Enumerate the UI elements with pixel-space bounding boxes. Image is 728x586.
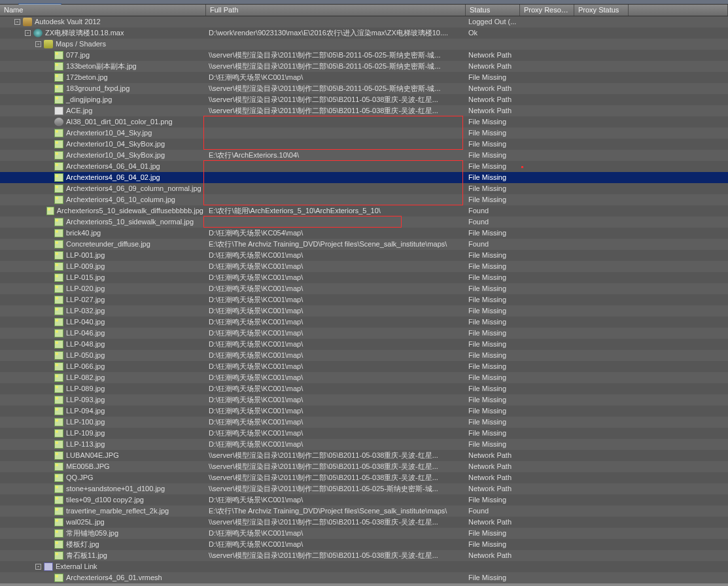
fullpath-cell[interactable] [206,161,466,172]
fullpath-cell[interactable]: E:\农行\The Archviz Training_DVD\Project f… [206,506,466,517]
proxyres-cell[interactable] [520,261,574,272]
column-header-row[interactable]: Name Full Path Status Proxy Resolu... Pr… [0,5,728,16]
table-row[interactable]: QQ.JPG\\server\模型渲染目录\2011\制作二部\05\B2011… [0,472,728,483]
status-cell[interactable]: File Missing [466,394,520,405]
name-cell[interactable]: LLP-050.jpg [0,350,206,361]
table-row[interactable]: Concreteunder_diffuse.jpgE:\农行\The Archv… [0,239,728,250]
name-cell[interactable]: AI38_001_dirt_001_color_01.png [0,116,206,128]
name-cell[interactable]: travertine_marble_reflect_2k.jpg [0,506,206,517]
table-row[interactable]: ACE.jpg\\server\模型渲染目录\2011\制作二部\05\B201… [0,105,728,116]
proxystatus-cell[interactable] [574,205,629,216]
status-cell[interactable]: Network Path [466,550,520,561]
name-cell[interactable]: -Maps / Shaders [0,39,206,50]
fullpath-cell[interactable]: \\server\模型渲染目录\2011\制作二部\05\B2011-05-03… [206,94,466,105]
proxystatus-cell[interactable] [574,350,629,361]
name-cell[interactable]: ME005B.JPG [0,461,206,472]
status-cell[interactable]: Logged Out (... [466,16,520,27]
status-cell[interactable]: File Missing [466,528,520,539]
table-row[interactable]: LLP-100.jpgD:\狂潮鸣天场景\KC001\map\File Miss… [0,417,728,428]
proxystatus-cell[interactable] [574,517,629,528]
proxyres-cell[interactable] [520,205,574,216]
table-row[interactable]: -ZX电梯玻璃楼10.18.maxD:\work\render\9023130\… [0,27,728,39]
tree-toggle[interactable]: - [35,41,41,47]
fullpath-cell[interactable] [206,572,466,583]
fullpath-cell[interactable]: \\server\模型渲染目录\2011\制作二部\05\B2011-05-03… [206,450,466,461]
table-row[interactable]: ME005B.JPG\\server\模型渲染目录\2011\制作二部\05\B… [0,461,728,472]
proxystatus-cell[interactable] [574,139,629,150]
name-cell[interactable]: 183ground_fxpd.jpg [0,83,206,94]
status-cell[interactable]: Found [466,216,520,228]
proxyres-cell[interactable] [520,294,574,305]
name-cell[interactable]: Concreteunder_diffuse.jpg [0,239,206,250]
status-cell[interactable]: Network Path [466,517,520,528]
name-cell[interactable]: LLP-046.jpg [0,328,206,339]
proxystatus-cell[interactable] [574,83,629,94]
table-row[interactable]: LLP-009.jpgD:\狂潮鸣天场景\KC001\map\File Miss… [0,261,728,272]
fullpath-cell[interactable]: D:\狂潮鸣天场景\KC001\map\ [206,339,466,350]
status-cell[interactable]: Network Path [466,83,520,94]
fullpath-cell[interactable]: D:\狂潮鸣天场景\KC001\map\ [206,328,466,339]
proxystatus-cell[interactable] [574,283,629,294]
status-cell[interactable]: Network Path [466,50,520,61]
proxystatus-cell[interactable] [574,461,629,472]
proxystatus-cell[interactable] [574,328,629,339]
name-cell[interactable]: tiles+09_d100 copy2.jpg [0,494,206,506]
proxystatus-cell[interactable] [574,506,629,517]
proxystatus-cell[interactable] [574,383,629,394]
proxystatus-cell[interactable] [574,450,629,461]
proxyres-cell[interactable] [520,239,574,250]
name-cell[interactable]: -Autodesk Vault 2012 [0,16,206,27]
table-row[interactable]: 183ground_fxpd.jpg\\server\模型渲染目录\2011\制… [0,83,728,94]
proxyres-cell[interactable] [520,405,574,417]
proxystatus-cell[interactable] [574,16,629,27]
status-cell[interactable]: File Missing [466,261,520,272]
status-cell[interactable]: File Missing [466,439,520,450]
name-cell[interactable]: 172beton.jpg [0,72,206,83]
table-row[interactable]: LLP-089.jpgD:\狂潮鸣天场景\KC001\map\File Miss… [0,383,728,394]
status-cell[interactable] [466,561,520,572]
proxyres-cell[interactable] [520,183,574,194]
table-row[interactable]: Archexteriors4_06_04_02.jpgFile Missing [0,172,728,183]
proxystatus-cell[interactable] [574,550,629,561]
proxyres-cell[interactable] [520,116,574,128]
fullpath-cell[interactable] [206,172,466,183]
proxystatus-cell[interactable] [574,239,629,250]
proxystatus-cell[interactable] [574,372,629,383]
table-row[interactable]: LLP-020.jpgD:\狂潮鸣天场景\KC001\map\File Miss… [0,283,728,294]
proxyres-cell[interactable] [520,517,574,528]
status-cell[interactable]: File Missing [466,272,520,283]
proxystatus-cell[interactable] [574,172,629,183]
proxyres-cell[interactable] [520,494,574,506]
fullpath-cell[interactable] [206,16,466,27]
table-row[interactable]: Archexterior10_04_Sky.jpgFile Missing [0,128,728,139]
table-row[interactable]: 172beton.jpgD:\狂潮鸣天场景\KC001\map\File Mis… [0,72,728,83]
name-cell[interactable]: 常用铺地059.jpg [0,528,206,539]
name-cell[interactable]: 133beton副本副本.jpg [0,61,206,72]
fullpath-cell[interactable]: D:\狂潮鸣天场景\KC001\map\ [206,528,466,539]
table-row[interactable]: 楼板灯.jpgD:\狂潮鸣天场景\KC001\map\File Missing [0,539,728,550]
proxystatus-cell[interactable] [574,39,629,50]
fullpath-cell[interactable]: D:\狂潮鸣天场景\KC001\map\ [206,350,466,361]
proxyres-cell[interactable] [520,383,574,394]
fullpath-cell[interactable]: D:\狂潮鸣天场景\KC001\map\ [206,494,466,506]
fullpath-cell[interactable] [206,216,466,228]
table-row[interactable]: 常用铺地059.jpgD:\狂潮鸣天场景\KC001\map\File Miss… [0,528,728,539]
table-row[interactable]: LLP-046.jpgD:\狂潮鸣天场景\KC001\map\File Miss… [0,328,728,339]
proxystatus-cell[interactable] [574,161,629,172]
proxyres-cell[interactable] [520,572,574,583]
table-row[interactable]: 077.jpg\\server\模型渲染目录\2011\制作二部\05\B-20… [0,50,728,61]
table-row[interactable]: travertine_marble_reflect_2k.jpgE:\农行\Th… [0,506,728,517]
proxystatus-cell[interactable] [574,494,629,506]
name-cell[interactable]: -ZX电梯玻璃楼10.18.max [0,27,206,39]
fullpath-cell[interactable]: D:\狂潮鸣天场景\KC001\map\ [206,372,466,383]
proxystatus-cell[interactable] [574,250,629,261]
table-row[interactable]: Archexterior10_04_SkyBox.jpgFile Missing [0,139,728,150]
tree-toggle[interactable]: - [25,30,31,36]
proxyres-cell[interactable] [520,105,574,116]
proxystatus-cell[interactable] [574,27,629,39]
status-cell[interactable]: Network Path [466,105,520,116]
proxyres-cell[interactable] [520,361,574,372]
table-row[interactable]: -Autodesk Vault 2012Logged Out (... [0,16,728,27]
status-cell[interactable]: File Missing [466,72,520,83]
proxyres-cell[interactable] [520,283,574,294]
